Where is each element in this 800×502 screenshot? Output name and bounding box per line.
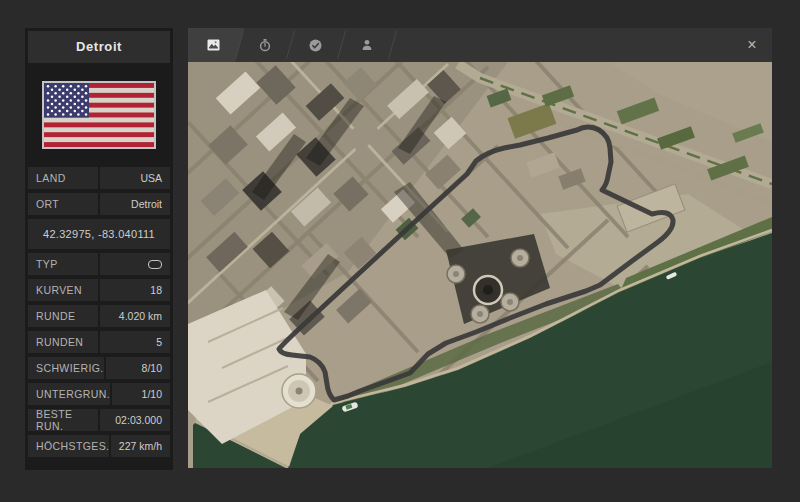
tab-map-view[interactable] bbox=[188, 28, 239, 62]
row-label: TYP bbox=[28, 253, 98, 275]
row-value: 5 bbox=[100, 331, 170, 353]
country-flag-box bbox=[28, 67, 170, 163]
info-row-untergrund: UNTERGRUN. 1/10 bbox=[28, 383, 170, 405]
info-row-schwierigkeit: SCHWIERIG. 8/10 bbox=[28, 357, 170, 379]
row-label: UNTERGRUN. bbox=[28, 383, 110, 405]
tab-results[interactable] bbox=[290, 28, 341, 62]
track-info-panel: Detroit LAND USA ORT Detroit 42.3297 bbox=[25, 28, 173, 470]
gps-coordinates: 42.32975, -83.040111 bbox=[28, 219, 170, 249]
row-label: ORT bbox=[28, 193, 98, 215]
info-row-typ: TYP bbox=[28, 253, 170, 275]
row-label: RUNDE bbox=[28, 305, 98, 327]
close-button[interactable]: × bbox=[742, 28, 762, 62]
tab-divider bbox=[388, 31, 397, 59]
row-value bbox=[100, 253, 170, 275]
row-value: USA bbox=[100, 167, 170, 189]
row-value: 8/10 bbox=[106, 357, 170, 379]
us-flag-icon bbox=[42, 81, 156, 149]
stopwatch-icon bbox=[259, 39, 271, 52]
info-row-runden: RUNDEN 5 bbox=[28, 331, 170, 353]
info-row-beste-runde: BESTE RUN. 02:03.000 bbox=[28, 409, 170, 431]
info-row-kurven: KURVEN 18 bbox=[28, 279, 170, 301]
row-label: LAND bbox=[28, 167, 98, 189]
coordinates-row: 42.32975, -83.040111 bbox=[28, 219, 170, 249]
image-icon bbox=[207, 39, 220, 51]
track-detail-screen: { "app": { "background": "#2a2a2a", "pan… bbox=[0, 0, 800, 502]
row-value: 4.020 km bbox=[100, 305, 170, 327]
info-row-hoechstgeschwindigkeit: HÖCHSTGES. 227 km/h bbox=[28, 435, 170, 457]
circuit-loop-icon bbox=[148, 260, 162, 269]
row-value: 18 bbox=[100, 279, 170, 301]
row-value: 227 km/h bbox=[111, 435, 170, 457]
row-label: BESTE RUN. bbox=[28, 409, 98, 431]
satellite-map bbox=[188, 62, 772, 468]
map-tabbar: × bbox=[188, 28, 772, 62]
track-title: Detroit bbox=[28, 31, 170, 63]
row-value: 02:03.000 bbox=[100, 409, 170, 431]
info-row-runde: RUNDE 4.020 km bbox=[28, 305, 170, 327]
info-row-land: LAND USA bbox=[28, 167, 170, 189]
check-circle-icon bbox=[309, 39, 322, 52]
tab-lap-times[interactable] bbox=[239, 28, 290, 62]
map-panel: × bbox=[188, 28, 772, 468]
row-value: 1/10 bbox=[112, 383, 170, 405]
row-label: HÖCHSTGES. bbox=[28, 435, 109, 457]
info-row-ort: ORT Detroit bbox=[28, 193, 170, 215]
tab-driver-profile[interactable] bbox=[341, 28, 392, 62]
row-label: SCHWIERIG. bbox=[28, 357, 104, 379]
row-label: KURVEN bbox=[28, 279, 98, 301]
person-icon bbox=[361, 39, 373, 51]
row-value: Detroit bbox=[100, 193, 170, 215]
row-label: RUNDEN bbox=[28, 331, 98, 353]
